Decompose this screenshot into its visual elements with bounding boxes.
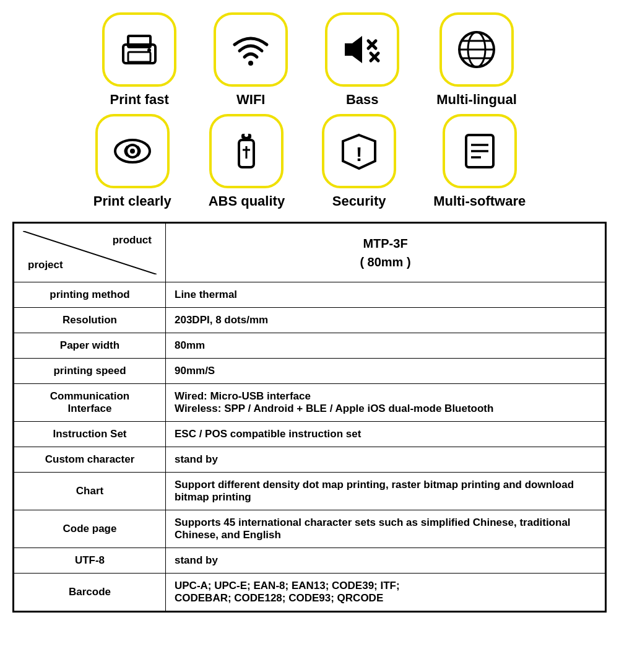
abs-quality-label: ABS quality (209, 193, 285, 209)
model-name: MTP-3F (363, 237, 407, 250)
row-value-9: stand by (166, 548, 605, 574)
table-row: Code pageSupports 45 international chara… (14, 510, 605, 548)
svg-point-17 (130, 149, 135, 154)
row-value-7: Support different density dot map printi… (166, 473, 605, 510)
table-row: Paper width80mm (14, 333, 605, 359)
svg-point-23 (245, 133, 248, 137)
multi-lingual-label: Multi-lingual (436, 92, 517, 108)
row-label-4: CommunicationInterface (14, 384, 166, 422)
svg-point-4 (248, 61, 253, 66)
svg-text:!: ! (356, 143, 363, 165)
row-label-10: Barcode (14, 574, 166, 611)
print-clearly-icon (95, 114, 170, 188)
row-value-1: 203DPI, 8 dots/mm (166, 308, 605, 333)
svg-rect-2 (128, 52, 150, 62)
icon-item-print-clearly: Print clearly (93, 114, 171, 209)
icons-row-1: Print fast WIFI (102, 12, 517, 108)
svg-marker-5 (345, 36, 362, 63)
row-value-8: Supports 45 international character sets… (166, 510, 605, 548)
multi-lingual-icon (439, 12, 514, 87)
icons-section: Print fast WIFI (12, 12, 607, 209)
icon-item-wifi: WIFI (214, 12, 288, 108)
row-label-2: Paper width (14, 333, 166, 359)
svg-point-3 (147, 48, 151, 52)
bass-icon (325, 12, 399, 87)
table-row: printing speed90mm/S (14, 359, 605, 384)
wifi-label: WIFI (236, 92, 265, 108)
row-value-3: 90mm/S (166, 359, 605, 384)
header-left-cell: product project (14, 224, 166, 282)
abs-quality-icon (209, 114, 284, 188)
table-row: Resolution203DPI, 8 dots/mm (14, 308, 605, 333)
table-row: Custom characterstand by (14, 447, 605, 473)
security-label: Security (332, 193, 386, 209)
row-label-0: printing method (14, 282, 166, 308)
row-label-5: Instruction Set (14, 422, 166, 447)
icon-item-abs-quality: ABS quality (209, 114, 285, 209)
row-label-6: Custom character (14, 447, 166, 473)
bass-label: Bass (346, 92, 379, 108)
header-right-cell: MTP-3F ( 80mm ) (166, 224, 605, 282)
multi-software-label: Multi-software (433, 193, 526, 209)
table-row: UTF-8stand by (14, 548, 605, 574)
icon-item-security: ! Security (322, 114, 396, 209)
table-row: ChartSupport different density dot map p… (14, 473, 605, 510)
table-header-row: product project MTP-3F ( 80mm ) (14, 224, 605, 282)
icon-item-bass: Bass (325, 12, 399, 108)
row-label-1: Resolution (14, 308, 166, 333)
table-row: printing methodLine thermal (14, 282, 605, 308)
icon-item-print-fast: Print fast (102, 12, 176, 108)
project-label: project (28, 259, 63, 271)
row-label-8: Code page (14, 510, 166, 548)
row-value-2: 80mm (166, 333, 605, 359)
specs-table-section: product project MTP-3F ( 80mm ) printing… (12, 222, 607, 613)
row-value-6: stand by (166, 447, 605, 473)
icon-item-multi-software: Multi-software (433, 114, 526, 209)
security-icon: ! (322, 114, 396, 188)
row-value-4: Wired: Micro-USB interfaceWireless: SPP … (166, 384, 605, 422)
row-label-9: UTF-8 (14, 548, 166, 574)
model-size: ( 80mm ) (360, 255, 410, 269)
header-diagonal: product project (23, 231, 157, 274)
multi-software-icon (443, 114, 517, 188)
print-fast-icon (102, 12, 176, 87)
print-fast-label: Print fast (110, 92, 169, 108)
row-value-0: Line thermal (166, 282, 605, 308)
product-label: product (113, 234, 152, 247)
icons-row-2: Print clearly ABS quality ! (93, 114, 526, 209)
row-value-5: ESC / POS compatible instruction set (166, 422, 605, 447)
icon-item-multi-lingual: Multi-lingual (436, 12, 517, 108)
row-value-10: UPC-A; UPC-E; EAN-8; EAN13; CODE39; ITF;… (166, 574, 605, 611)
wifi-icon (214, 12, 288, 87)
table-row: CommunicationInterfaceWired: Micro-USB i… (14, 384, 605, 422)
print-clearly-label: Print clearly (93, 193, 171, 209)
row-label-7: Chart (14, 473, 166, 510)
specs-table: product project MTP-3F ( 80mm ) printing… (14, 223, 605, 611)
row-label-3: printing speed (14, 359, 166, 384)
table-row: BarcodeUPC-A; UPC-E; EAN-8; EAN13; CODE3… (14, 574, 605, 611)
table-row: Instruction SetESC / POS compatible inst… (14, 422, 605, 447)
